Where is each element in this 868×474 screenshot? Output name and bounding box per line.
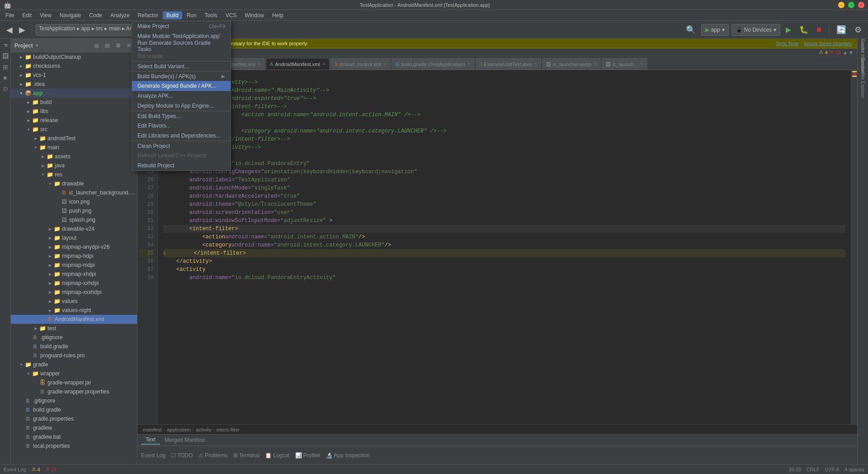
tree-item-wrapper[interactable]: ▼ 📁 wrapper [11,369,137,378]
tab-close-dcloud-control[interactable]: ✕ [383,62,387,66]
build-menu-select-variant[interactable]: Select Build Variant... [132,61,231,71]
menu-navigate[interactable]: Navigate [56,11,85,19]
debug-btn[interactable]: 🐛 [797,24,811,36]
tab-close-ic-launcher[interactable]: ✕ [593,62,597,66]
right-icon-device-explorer[interactable]: Device File Explorer [859,73,868,82]
menu-refactor[interactable]: Refactor [134,11,162,19]
tree-item-gradlew-bat[interactable]: 🗎 gradlew.bat [11,432,137,441]
status-line-ending[interactable]: CRLF [807,467,820,472]
device-select[interactable]: 📱 No Devices ▾ [731,24,780,36]
menu-build[interactable]: Build [163,11,182,19]
tree-item-gradle-wrapper-jar[interactable]: 🗄 gradle-wrapper.jar [11,378,137,387]
panel-toolbar-locate[interactable]: ◎ [92,41,101,50]
tab-close-example-unit[interactable]: ✕ [533,62,537,66]
minimize-button[interactable]: – [838,2,844,8]
todo-tab[interactable]: ☐ TODO [171,452,193,459]
tree-item-layout[interactable]: ▶ 📁 layout [11,233,137,242]
stop-btn[interactable]: ■ [814,24,824,36]
tree-item-ic-launcher-bg[interactable]: 🗎 ic_launcher_background.xml [11,188,137,197]
tab-example-unit-test[interactable]: J ExampleUnitTest.java ✕ [476,58,541,70]
build-menu-rebuild-project[interactable]: Rebuild Project [132,161,231,171]
tree-item-drawable-v24[interactable]: ▶ 📁 drawable-v24 [11,224,137,233]
tree-item-mipmap-xxxhdpi[interactable]: ▶ 📁 mipmap-xxxhdpi [11,288,137,297]
tree-item-mipmap-mdpi[interactable]: ▶ 📁 mipmap-mdpi [11,261,137,270]
tree-item-gradle-props[interactable]: 🗎 gradle.properties [11,414,137,423]
left-icon-resource[interactable]: 🖼 [1,52,10,61]
build-menu-edit-libs[interactable]: Edit Libraries and Dependencies... [132,131,231,141]
profiler-tab[interactable]: 📊 Profiler [295,452,321,459]
tab-ic-launch2[interactable]: 🖼 ic_launch... ✕ [602,58,647,70]
tree-item-java[interactable]: ▶ 📁 java [11,161,137,170]
tree-item-push-png[interactable]: 🖼 push.png [11,206,137,215]
left-icon-structure[interactable]: ⊞ [1,62,10,71]
build-menu-build-bundles[interactable]: Build Bundle(s) / APK(s) ▶ [132,71,231,81]
maximize-button[interactable]: + [848,2,854,8]
tree-item-app[interactable]: ▼ 📦 app [11,89,137,98]
tree-item-values-night[interactable]: ▶ 📁 values-night [11,306,137,315]
panel-toolbar-collapse[interactable]: ⊟ [103,41,112,50]
collapse-problems-btn[interactable]: ▼ [849,50,854,55]
build-menu-clean-project[interactable]: Clean Project [132,141,231,151]
tree-item-splash-png[interactable]: 🖼 splash.png [11,215,137,224]
sync-btn[interactable]: 🔄 [834,24,849,36]
logcat-tab[interactable]: 📋 Logcat [265,452,289,459]
menu-view[interactable]: View [36,11,55,19]
tree-item-mipmap-xxhdpi[interactable]: ▶ 📁 mipmap-xxhdpi [11,279,137,288]
tab-androidmanifest[interactable]: A AndroidManifest.xml ✕ [266,58,330,70]
tree-item-androidmanifest[interactable]: 🗎 AndroidManifest.xml [11,315,137,324]
tree-item-release[interactable]: ▶ 📁 release [11,116,137,125]
menu-code[interactable]: Code [85,11,106,19]
tree-item-buildgradle-root[interactable]: 🗎 build.gradle [11,405,137,414]
menu-help[interactable]: Help [269,11,287,19]
tree-item-main[interactable]: ▼ 📁 main [11,143,137,152]
tab-merged-manifest[interactable]: Merged Manifest [160,436,209,444]
tree-item-gradle[interactable]: ▼ 📁 gradle [11,360,137,369]
tree-item-gitignore-root[interactable]: 🗎 .gitignore [11,396,137,405]
tree-item-mipmap-anydpi[interactable]: ▶ 📁 mipmap-anydpi-v26 [11,242,137,251]
tab-close-ic-launch2[interactable]: ✕ [640,62,643,66]
terminal-tab[interactable]: ⊞ Terminal [233,452,259,459]
build-menu-edit-build-types[interactable]: Edit Build Types... [132,111,231,121]
menu-tools[interactable]: Tools [201,11,221,19]
tab-close-dcloud-props[interactable]: ✕ [257,62,261,66]
breadcrumb-manifest[interactable]: manifest [143,427,162,432]
settings-btn[interactable]: ⚙ [852,24,864,36]
tree-item-buildgradle-app[interactable]: 🗎 build.gradle [11,342,137,351]
tree-item-gradle-wrapper-props[interactable]: 🗎 gradle-wrapper.properties [11,387,137,396]
event-log-tab[interactable]: Event Log [141,452,165,459]
search-btn[interactable]: 🔍 [683,24,698,36]
build-menu-edit-flavors[interactable]: Edit Flavors... [132,121,231,131]
left-icon-favorites[interactable]: ★ [1,73,10,82]
tree-item-res[interactable]: ▼ 📁 res [11,170,137,179]
build-menu-deploy[interactable]: Deploy Module to App Engine... [132,101,231,111]
build-menu-analyze-apk[interactable]: Analyze APK... [132,91,231,101]
problems-tab[interactable]: ⚠ Problems [198,452,228,459]
tree-item-gradlew[interactable]: 🗎 gradlew [11,423,137,432]
menu-edit[interactable]: Edit [19,11,35,19]
code-area[interactable]: > <!-- <activity>--> <!-- android:name="… [158,70,851,424]
tree-item-gitignore-app[interactable]: 🗎 .gitignore [11,333,137,342]
sync-now-link[interactable]: Sync Now [776,41,799,46]
breadcrumb-intent-filter[interactable]: intent-filter [217,427,240,432]
tree-item-checksums[interactable]: ▶ 📁 checksums [11,62,137,71]
tab-build-gradle[interactable]: G build.gradle (TestApplication) ✕ [392,58,475,70]
toolbar-back-btn[interactable]: ◀ [4,24,15,36]
tab-ic-launcher[interactable]: 🖼 ic_launcher.webp ✕ [542,58,601,70]
app-inspection-tab[interactable]: 🔬 App Inspection [326,452,370,459]
menu-run[interactable]: Run [183,11,200,19]
tab-close-androidmanifest[interactable]: ✕ [322,62,326,66]
tree-item-test[interactable]: ▶ 📁 test [11,324,137,333]
left-icon-project[interactable]: P [1,41,10,50]
menu-file[interactable]: File [2,11,18,19]
breadcrumb-application[interactable]: application [167,427,191,432]
menu-window[interactable]: Window [241,11,268,19]
status-position[interactable]: 35:29 [789,467,802,472]
panel-toolbar-options[interactable]: ⚙ [113,41,123,50]
tree-item-build[interactable]: ▶ 📁 build [11,98,137,107]
close-button[interactable]: ✕ [858,2,864,8]
status-encoding[interactable]: UTF-8 [825,467,839,472]
tree-item-local-props[interactable]: 🗎 local.properties [11,441,137,450]
tree-item-androidtest[interactable]: ▶ 📁 androidTest [11,134,137,143]
build-menu-gen-signed[interactable]: Generate Signed Bundle / APK... [132,81,231,91]
build-menu-make-project[interactable]: Make Project Ctrl+F9 [132,21,231,31]
